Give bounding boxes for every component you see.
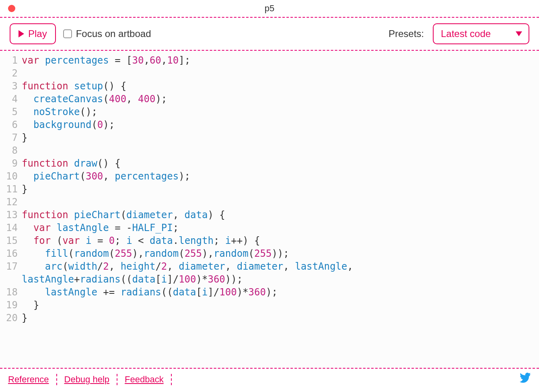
code-line[interactable]: 7} (0, 131, 539, 144)
divider (171, 374, 172, 385)
play-icon (19, 30, 24, 37)
code-content[interactable] (22, 144, 35, 157)
play-button[interactable]: Play (10, 23, 56, 44)
presets-label: Presets: (389, 28, 424, 39)
code-line[interactable]: 19 } (0, 299, 539, 312)
line-number: 15 (0, 234, 22, 247)
code-content[interactable]: for (var i = 0; i < data.length; i++) { (22, 234, 268, 247)
code-line[interactable]: 9function draw() { (0, 157, 539, 170)
code-content[interactable]: } (22, 183, 35, 196)
line-number: 7 (0, 131, 22, 144)
window-title: p5 (265, 3, 274, 14)
presets-selected-value: Latest code (441, 28, 491, 39)
line-number: 5 (0, 105, 22, 118)
code-content[interactable]: lastAngle += radians((data[i]/100)*360); (22, 286, 286, 299)
toolbar: Play Focus on artboad Presets: Latest co… (0, 18, 539, 51)
close-icon[interactable] (8, 5, 15, 12)
code-content[interactable]: } (22, 131, 35, 144)
code-line[interactable]: 17 arc(width/2, height/2, diameter, diam… (0, 260, 539, 286)
chevron-down-icon (516, 31, 522, 36)
line-number: 6 (0, 118, 22, 131)
line-number: 3 (0, 80, 22, 93)
code-content[interactable]: var lastAngle = -HALF_PI; (22, 221, 187, 234)
code-line[interactable]: 10 pieChart(300, percentages); (0, 170, 539, 183)
line-number: 17 (0, 260, 22, 273)
footer: Reference Debug help Feedback (0, 369, 539, 392)
code-editor[interactable]: 1var percentages = [30,60,10];2 3functio… (0, 51, 539, 369)
line-number: 9 (0, 157, 22, 170)
line-number: 20 (0, 312, 22, 324)
code-line[interactable]: 4 createCanvas(400, 400); (0, 93, 539, 105)
footer-link-debug-help[interactable]: Debug help (57, 374, 117, 385)
code-content[interactable]: fill(random(255),random(255),random(255)… (22, 247, 297, 260)
footer-link-reference[interactable]: Reference (8, 374, 56, 385)
line-number: 14 (0, 221, 22, 234)
code-line[interactable]: 15 for (var i = 0; i < data.length; i++)… (0, 234, 539, 247)
code-line[interactable]: 11} (0, 183, 539, 196)
code-content[interactable]: arc(width/2, height/2, diameter, diamete… (22, 260, 539, 286)
line-number: 18 (0, 286, 22, 299)
line-number: 8 (0, 144, 22, 157)
line-number: 10 (0, 170, 22, 183)
code-content[interactable]: createCanvas(400, 400); (22, 93, 175, 105)
app-window: p5 Play Focus on artboad Presets: Latest… (0, 0, 539, 392)
code-content[interactable]: function draw() { (22, 157, 129, 170)
code-content[interactable]: function setup() { (22, 80, 134, 93)
line-number: 16 (0, 247, 22, 260)
code-line[interactable]: 12 (0, 196, 539, 208)
code-line[interactable]: 13function pieChart(diameter, data) { (0, 208, 539, 221)
code-line[interactable]: 3function setup() { (0, 80, 539, 93)
code-content[interactable]: function pieChart(diameter, data) { (22, 208, 233, 221)
code-content[interactable]: noStroke(); (22, 105, 105, 118)
code-content[interactable]: } (22, 312, 35, 324)
code-line[interactable]: 14 var lastAngle = -HALF_PI; (0, 221, 539, 234)
footer-link-feedback[interactable]: Feedback (117, 374, 171, 385)
code-line[interactable]: 20} (0, 312, 539, 324)
code-line[interactable]: 16 fill(random(255),random(255),random(2… (0, 247, 539, 260)
code-content[interactable] (22, 196, 35, 208)
code-line[interactable]: 5 noStroke(); (0, 105, 539, 118)
play-button-label: Play (28, 28, 47, 39)
titlebar: p5 (0, 0, 539, 18)
line-number: 2 (0, 67, 22, 80)
code-line[interactable]: 8 (0, 144, 539, 157)
line-number: 19 (0, 299, 22, 312)
focus-checkbox[interactable] (63, 29, 72, 38)
code-content[interactable] (22, 67, 35, 80)
focus-checkbox-wrap[interactable]: Focus on artboad (63, 28, 151, 39)
code-content[interactable]: } (22, 299, 47, 312)
line-number: 4 (0, 93, 22, 105)
code-content[interactable]: pieChart(300, percentages); (22, 170, 198, 183)
presets-select[interactable]: Latest code (433, 23, 529, 44)
line-number: 12 (0, 196, 22, 208)
line-number: 11 (0, 183, 22, 196)
line-number: 1 (0, 54, 22, 67)
focus-checkbox-label: Focus on artboad (76, 28, 151, 39)
code-line[interactable]: 2 (0, 67, 539, 80)
line-number: 13 (0, 208, 22, 221)
code-content[interactable]: var percentages = [30,60,10]; (22, 54, 198, 67)
code-line[interactable]: 6 background(0); (0, 118, 539, 131)
code-content[interactable]: background(0); (22, 118, 123, 131)
code-line[interactable]: 18 lastAngle += radians((data[i]/100)*36… (0, 286, 539, 299)
twitter-icon[interactable] (520, 373, 531, 386)
code-line[interactable]: 1var percentages = [30,60,10]; (0, 54, 539, 67)
